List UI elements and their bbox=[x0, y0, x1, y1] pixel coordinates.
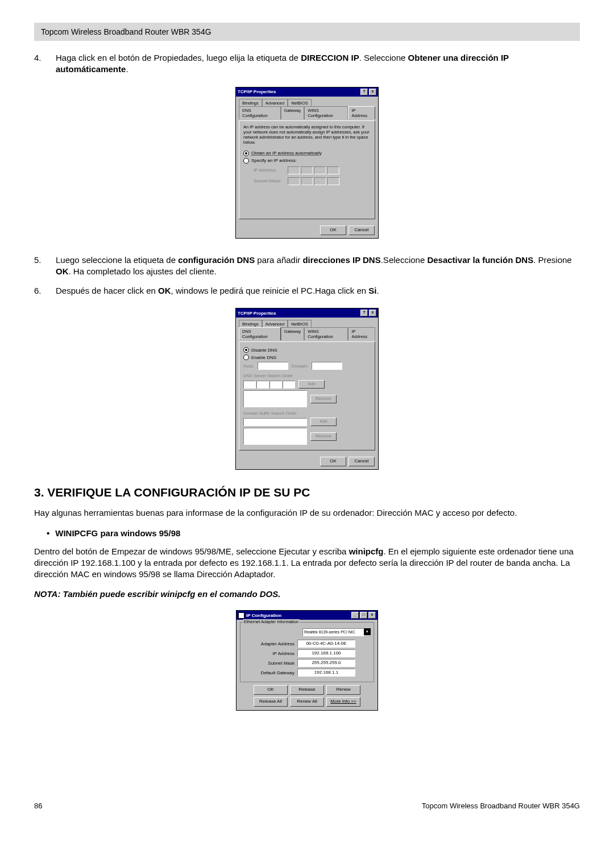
tcpip-properties-dialog-ip: TCP/IP Properties ? x Bindings Advanced … bbox=[235, 87, 379, 239]
step-4-text: Haga click en el botón de Propiedades, l… bbox=[56, 52, 580, 76]
remove-button: Remove bbox=[310, 395, 337, 403]
tab-wins-config[interactable]: WINS Configuration bbox=[304, 327, 348, 340]
ip-address-value: 192.168.1.100 bbox=[297, 649, 355, 657]
step-4-num: 4. bbox=[34, 52, 56, 76]
radio-obtain-auto[interactable]: Obtain an IP address automatically bbox=[243, 151, 371, 156]
step-5-text: Luego seleccione la etiqueta de configur… bbox=[56, 254, 580, 278]
ethernet-adapter-group: Ethernet Adapter Information Realtek 813… bbox=[240, 622, 374, 682]
ok-button[interactable]: OK bbox=[320, 457, 346, 466]
adapter-address-label: Adapter Address bbox=[243, 641, 294, 646]
renew-all-button[interactable]: Renew All bbox=[290, 697, 324, 707]
tcpip-properties-dialog-dns: TCP/IP Properties ? x Bindings Advanced … bbox=[235, 308, 379, 470]
ip-address-field: IP Address: bbox=[254, 166, 371, 174]
radio-icon[interactable] bbox=[243, 347, 249, 353]
tab-bindings[interactable]: Bindings bbox=[239, 99, 262, 107]
section-3-para1: Hay algunas herramientas buenas para inf… bbox=[34, 507, 580, 519]
minimize-icon[interactable]: _ bbox=[351, 612, 359, 619]
tab-bindings[interactable]: Bindings bbox=[239, 320, 262, 328]
ip-configuration-dialog: IP Configuration _ □ x Ethernet Adapter … bbox=[236, 610, 378, 711]
tab-advanced[interactable]: Advanced bbox=[262, 99, 288, 107]
close-icon[interactable]: x bbox=[368, 612, 376, 619]
header-title: Topcom Wireless Broadband Router WBR 354… bbox=[41, 27, 211, 36]
chevron-down-icon[interactable]: ▾ bbox=[364, 628, 371, 635]
tab-ip-address[interactable]: IP Address bbox=[348, 106, 375, 119]
dialog3-titlebar: IP Configuration _ □ x bbox=[237, 611, 377, 620]
dns-list bbox=[243, 390, 307, 407]
section-3-heading: 3. VERIFIQUE LA CONFIGURACIÓN IP DE SU P… bbox=[34, 486, 580, 499]
tab-wins-config[interactable]: WINS Configuration bbox=[304, 106, 348, 119]
subnet-mask-label: Subnet Mask bbox=[243, 661, 294, 666]
adapter-value: Realtek 8139-series PCI NIC bbox=[302, 628, 364, 636]
renew-button[interactable]: Renew bbox=[326, 685, 360, 695]
footer-title: Topcom Wireless Broadband Router WBR 354… bbox=[422, 802, 580, 810]
tab-netbios[interactable]: NetBIOS bbox=[288, 320, 312, 328]
step-5-num: 5. bbox=[34, 254, 56, 278]
dialog1-title: TCP/IP Properties bbox=[238, 89, 276, 94]
radio-icon[interactable] bbox=[243, 354, 249, 360]
ip-address-label: IP Address bbox=[243, 651, 294, 656]
subnet-mask-field: Subnet Mask: bbox=[254, 177, 371, 185]
tab-netbios[interactable]: NetBIOS bbox=[288, 99, 312, 107]
tab-advanced[interactable]: Advanced bbox=[262, 320, 288, 328]
tab-gateway[interactable]: Gateway bbox=[281, 327, 305, 340]
step-6-text: Después de hacer click en OK, windows le… bbox=[56, 285, 580, 297]
add-button: Add bbox=[298, 380, 325, 389]
tab-dns-config[interactable]: DNS Configuration bbox=[239, 327, 281, 340]
step-6-num: 6. bbox=[34, 285, 56, 297]
release-button[interactable]: Release bbox=[290, 685, 324, 695]
suffix-list bbox=[243, 428, 307, 445]
step-6: 6. Después de hacer click en OK, windows… bbox=[34, 285, 580, 297]
dialog1-titlebar: TCP/IP Properties ? x bbox=[236, 87, 378, 97]
tab-ip-address[interactable]: IP Address bbox=[348, 327, 375, 340]
cancel-button[interactable]: Cancel bbox=[349, 457, 375, 466]
close-icon[interactable]: x bbox=[369, 310, 376, 316]
add-button: Add bbox=[310, 418, 337, 426]
page-number: 86 bbox=[34, 802, 42, 810]
tab-dns-config[interactable]: DNS Configuration bbox=[239, 106, 281, 119]
dialog2-title: TCP/IP Properties bbox=[238, 311, 276, 316]
host-label: Host: bbox=[243, 364, 254, 369]
header-bar: Topcom Wireless Broadband Router WBR 354… bbox=[34, 23, 580, 41]
radio-enable-dns[interactable]: Enable DNS bbox=[243, 354, 371, 360]
subnet-mask-value: 255.255.255.0 bbox=[297, 659, 355, 667]
maximize-icon[interactable]: □ bbox=[360, 612, 367, 619]
step-4: 4. Haga click en el botón de Propiedades… bbox=[34, 52, 580, 76]
step-5: 5. Luego seleccione la etiqueta de confi… bbox=[34, 254, 580, 278]
tab-gateway[interactable]: Gateway bbox=[281, 106, 305, 119]
adapter-address-value: 00-C0-4C-A0-14-0E bbox=[297, 640, 355, 648]
radio-icon[interactable] bbox=[243, 158, 249, 164]
dialog1-info: An IP address can be automatically assig… bbox=[243, 124, 371, 145]
release-all-button[interactable]: Release All bbox=[254, 697, 288, 707]
default-gateway-label: Default Gateway bbox=[243, 670, 294, 675]
suffix-input bbox=[243, 418, 307, 426]
domain-input bbox=[312, 362, 342, 370]
help-icon[interactable]: ? bbox=[360, 89, 368, 95]
dialog3-title: IP Configuration bbox=[246, 613, 281, 618]
radio-specify-ip[interactable]: Specify an IP address: bbox=[243, 158, 371, 164]
section-3-note: NOTA: También puede escribir winipcfg en… bbox=[34, 589, 580, 599]
radio-disable-dns[interactable]: Disable DNS bbox=[243, 347, 371, 353]
ok-button[interactable]: OK bbox=[320, 226, 346, 235]
radio-icon[interactable] bbox=[243, 151, 249, 156]
suffix-order-label: Domain Suffix Search Order bbox=[243, 411, 371, 416]
dns-order-label: DNS Server Search Order bbox=[243, 373, 371, 378]
remove-button: Remove bbox=[310, 432, 337, 441]
cancel-button[interactable]: Cancel bbox=[349, 226, 375, 235]
section-3-para2: Dentro del botón de Empezar de windows 9… bbox=[34, 546, 580, 581]
more-info-button[interactable]: More Info >> bbox=[326, 697, 360, 707]
bullet-winipcfg: WINIPCFG para windows 95/98 bbox=[47, 528, 580, 538]
help-icon[interactable]: ? bbox=[360, 310, 368, 316]
adapter-select[interactable]: Realtek 8139-series PCI NIC ▾ bbox=[302, 628, 371, 636]
default-gateway-value: 192.168.1.1 bbox=[297, 669, 355, 677]
group-title: Ethernet Adapter Information bbox=[243, 619, 300, 624]
domain-label: Domain: bbox=[292, 364, 309, 369]
dialog2-titlebar: TCP/IP Properties ? x bbox=[236, 308, 378, 318]
ok-button[interactable]: OK bbox=[254, 685, 288, 695]
host-input bbox=[258, 362, 288, 370]
close-icon[interactable]: x bbox=[369, 89, 376, 95]
app-icon bbox=[238, 612, 244, 619]
